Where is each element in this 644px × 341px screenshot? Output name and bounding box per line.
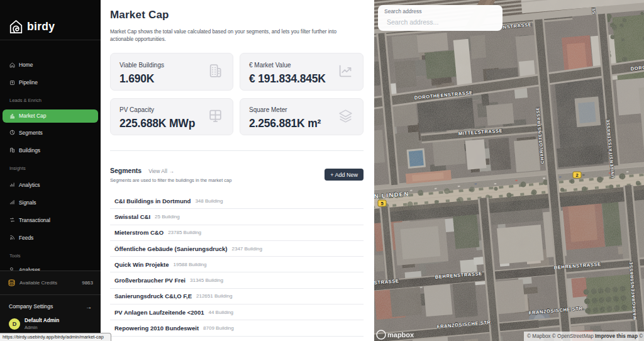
svg-text:mapbox: mapbox	[387, 331, 414, 338]
svg-text:5: 5	[380, 201, 383, 206]
svg-text:2: 2	[575, 172, 578, 178]
svg-text:Search address: Search address	[384, 8, 422, 14]
svg-text:Search address...: Search address...	[387, 18, 438, 26]
svg-text:© Mapbox © OpenStreetMap Impro: © Mapbox © OpenStreetMap Improve this ma…	[527, 333, 644, 339]
svg-text:SE: SE	[591, 8, 596, 14]
